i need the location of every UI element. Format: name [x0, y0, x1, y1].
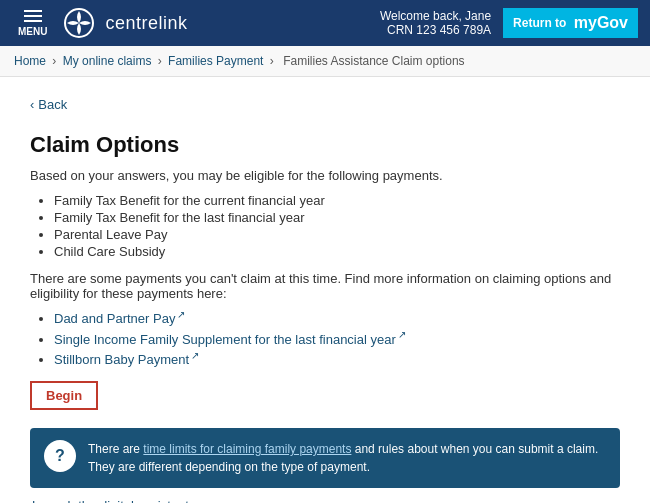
cant-claim-paragraph: There are some payments you can't claim …	[30, 271, 620, 301]
launch-digital-assistant-link[interactable]: Launch the digital assistant	[32, 498, 189, 503]
dad-partner-pay-link[interactable]: Dad and Partner Pay↗	[54, 311, 185, 326]
main-content: ‹ Back Claim Options Based on your answe…	[0, 77, 650, 503]
external-link-icon: ↗	[177, 309, 185, 320]
list-item: Family Tax Benefit for the last financia…	[54, 210, 620, 225]
breadcrumb-my-online-claims[interactable]: My online claims	[63, 54, 152, 68]
list-item: Family Tax Benefit for the current finan…	[54, 193, 620, 208]
help-icon: ?	[44, 440, 76, 472]
cant-claim-list: Dad and Partner Pay↗ Single Income Famil…	[30, 309, 620, 367]
breadcrumb-current: Families Assistance Claim options	[283, 54, 464, 68]
return-to-mygov-button[interactable]: Return to myGov	[503, 8, 638, 38]
list-item: Parental Leave Pay	[54, 227, 620, 242]
site-header: MENU centrelink Welcome back, Jane CRN 1…	[0, 0, 650, 46]
menu-button[interactable]: MENU	[12, 6, 53, 41]
info-box: ? There are time limits for claiming fam…	[30, 428, 620, 488]
centrelink-logo	[63, 7, 95, 39]
begin-button[interactable]: Begin	[30, 381, 98, 410]
external-link-icon: ↗	[398, 329, 406, 340]
launch-assistant-container: Launch the digital assistant	[32, 498, 620, 503]
external-link-icon: ↗	[191, 350, 199, 361]
intro-paragraph: Based on your answers, you may be eligib…	[30, 168, 620, 183]
single-income-family-link[interactable]: Single Income Family Supplement for the …	[54, 332, 406, 347]
stillborn-baby-payment-link[interactable]: Stillborn Baby Payment↗	[54, 352, 199, 367]
breadcrumb-home[interactable]: Home	[14, 54, 46, 68]
page-title: Claim Options	[30, 132, 620, 158]
header-right: Welcome back, Jane CRN 123 456 789A Retu…	[380, 8, 638, 38]
list-item: Stillborn Baby Payment↗	[54, 350, 620, 367]
list-item: Child Care Subsidy	[54, 244, 620, 259]
info-box-content: There are time limits for claiming famil…	[88, 440, 606, 476]
info-box-text: There are time limits for claiming famil…	[88, 440, 606, 476]
eligible-payments-list: Family Tax Benefit for the current finan…	[30, 193, 620, 259]
welcome-text: Welcome back, Jane CRN 123 456 789A	[380, 9, 491, 37]
list-item: Single Income Family Supplement for the …	[54, 329, 620, 346]
time-limits-link[interactable]: time limits for claiming family payments	[143, 442, 351, 456]
brand-name: centrelink	[105, 13, 187, 34]
breadcrumb-families-payment[interactable]: Families Payment	[168, 54, 263, 68]
list-item: Dad and Partner Pay↗	[54, 309, 620, 326]
back-link[interactable]: ‹ Back	[30, 97, 620, 112]
header-left: MENU centrelink	[12, 6, 188, 41]
breadcrumb: Home › My online claims › Families Payme…	[0, 46, 650, 77]
